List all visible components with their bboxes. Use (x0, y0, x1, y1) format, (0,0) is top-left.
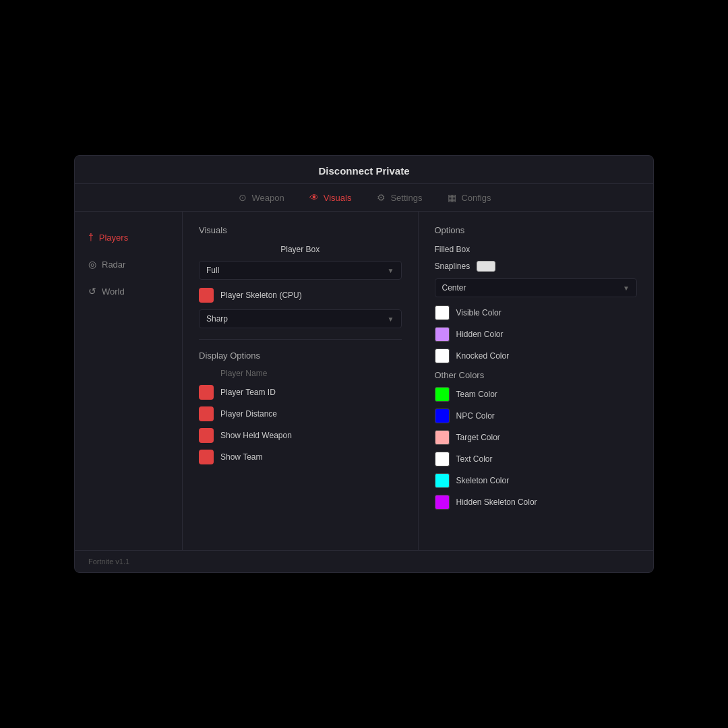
filled-box-label: Filled Box (435, 245, 471, 254)
knocked-color-row: Knocked Color (435, 348, 638, 363)
text-color-label: Text Color (456, 454, 493, 464)
nav-visuals[interactable]: 👁 Visuals (309, 192, 352, 203)
right-panel: Options Filled Box Snaplines Center ▼ Vi… (419, 212, 654, 550)
player-name-label: Player Name (220, 369, 267, 378)
hidden-color-row: Hidden Color (435, 327, 638, 342)
npc-color-row: NPC Color (435, 408, 638, 423)
weapon-icon: ⊙ (237, 192, 248, 203)
player-distance-label: Player Distance (220, 409, 277, 419)
hidden-skeleton-color-swatch[interactable] (435, 495, 450, 510)
team-color-swatch[interactable] (435, 387, 450, 402)
gear-icon: ⚙ (375, 192, 386, 203)
sidebar-players-label: Players (99, 233, 128, 243)
left-panel: Visuals Player Box Full ▼ Player Skeleto… (183, 212, 419, 550)
nav-weapon[interactable]: ⊙ Weapon (237, 192, 284, 203)
skeleton-color-swatch[interactable] (435, 473, 450, 488)
text-color-row: Text Color (435, 452, 638, 466)
radar-icon: ◎ (88, 259, 96, 270)
visible-color-row: Visible Color (435, 305, 638, 320)
title-bar: Disconnect Private (75, 156, 653, 184)
show-held-weapon-label: Show Held Weapon (220, 431, 292, 440)
player-team-id-label: Player Team ID (220, 388, 276, 397)
full-dropdown[interactable]: Full ▼ (199, 261, 402, 280)
full-dropdown-value: Full (206, 266, 219, 275)
nav-configs[interactable]: ▦ Configs (446, 192, 491, 203)
sidebar-item-world[interactable]: ↺ World (75, 279, 182, 303)
target-color-label: Target Color (456, 433, 500, 442)
nav-configs-label: Configs (461, 193, 491, 203)
nav-visuals-label: Visuals (324, 193, 352, 203)
player-box-label: Player Box (199, 245, 402, 254)
sharp-dropdown-arrow: ▼ (388, 315, 394, 323)
world-icon: ↺ (88, 286, 96, 297)
npc-color-label: NPC Color (456, 411, 495, 421)
main-content: † Players ◎ Radar ↺ World Visuals Player… (75, 212, 653, 550)
configs-icon: ▦ (446, 192, 457, 203)
show-held-weapon-toggle[interactable] (199, 428, 214, 443)
center-dropdown-value: Center (442, 283, 466, 293)
nav-bar: ⊙ Weapon 👁 Visuals ⚙ Settings ▦ Configs (75, 184, 653, 212)
player-name-row: Player Name (199, 369, 402, 378)
content-area: Visuals Player Box Full ▼ Player Skeleto… (183, 212, 653, 550)
options-section-title: Options (435, 225, 638, 235)
npc-color-swatch[interactable] (435, 408, 450, 423)
player-skeleton-row: Player Skeleton (CPU) (199, 288, 402, 303)
show-held-weapon-row: Show Held Weapon (199, 428, 402, 443)
display-options-title: Display Options (199, 351, 402, 361)
show-team-row: Show Team (199, 450, 402, 464)
hidden-color-swatch[interactable] (435, 327, 450, 342)
skeleton-color-row: Skeleton Color (435, 473, 638, 488)
app-window: Disconnect Private ⊙ Weapon 👁 Visuals ⚙ … (74, 155, 654, 573)
center-dropdown-arrow: ▼ (623, 284, 630, 292)
sidebar-radar-label: Radar (102, 260, 125, 270)
target-color-row: Target Color (435, 430, 638, 445)
other-colors-title: Other Colors (435, 370, 638, 380)
player-team-id-toggle[interactable] (199, 385, 214, 400)
show-team-toggle[interactable] (199, 450, 214, 464)
players-icon: † (88, 232, 94, 243)
team-color-label: Team Color (456, 390, 497, 399)
window-title: Disconnect Private (318, 165, 409, 177)
visible-color-label: Visible Color (456, 308, 502, 317)
hidden-skeleton-color-row: Hidden Skeleton Color (435, 495, 638, 510)
show-team-label: Show Team (220, 452, 262, 462)
visible-color-swatch[interactable] (435, 305, 450, 320)
snaplines-row: Snaplines (435, 261, 638, 272)
full-dropdown-arrow: ▼ (388, 267, 394, 274)
text-color-swatch[interactable] (435, 452, 450, 466)
sidebar-item-radar[interactable]: ◎ Radar (75, 252, 182, 276)
divider1 (199, 339, 402, 340)
target-color-swatch[interactable] (435, 430, 450, 445)
nav-weapon-label: Weapon (252, 193, 284, 203)
hidden-color-label: Hidden Color (456, 330, 504, 339)
sidebar-item-players[interactable]: † Players (75, 225, 182, 249)
visuals-section-title: Visuals (199, 225, 402, 235)
filled-box-row: Filled Box (435, 245, 638, 254)
sharp-dropdown[interactable]: Sharp ▼ (199, 309, 402, 328)
snaplines-label: Snaplines (435, 262, 471, 271)
player-team-id-row: Player Team ID (199, 385, 402, 400)
sharp-dropdown-value: Sharp (206, 314, 228, 324)
sidebar-world-label: World (102, 286, 125, 297)
nav-settings[interactable]: ⚙ Settings (375, 192, 422, 203)
snaplines-toggle[interactable] (477, 261, 495, 272)
knocked-color-swatch[interactable] (435, 348, 450, 363)
sidebar: † Players ◎ Radar ↺ World (75, 212, 183, 550)
nav-settings-label: Settings (390, 193, 422, 203)
player-skeleton-toggle[interactable] (199, 288, 214, 303)
eye-icon: 👁 (309, 192, 320, 203)
player-distance-row: Player Distance (199, 406, 402, 421)
knocked-color-label: Knocked Color (456, 351, 510, 361)
version-label: Fortnite v1.1 (88, 557, 129, 566)
hidden-skeleton-color-label: Hidden Skeleton Color (456, 497, 537, 507)
skeleton-color-label: Skeleton Color (456, 476, 510, 485)
team-color-row: Team Color (435, 387, 638, 402)
center-dropdown[interactable]: Center ▼ (435, 278, 638, 297)
player-skeleton-label: Player Skeleton (CPU) (220, 291, 302, 300)
player-distance-toggle[interactable] (199, 406, 214, 421)
footer: Fortnite v1.1 (75, 550, 653, 572)
